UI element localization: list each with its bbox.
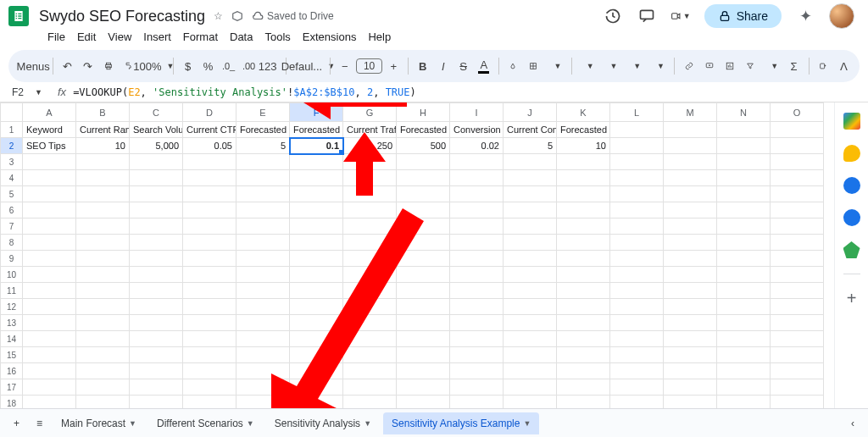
row-header[interactable]: 14	[1, 331, 23, 347]
cell[interactable]	[664, 122, 717, 138]
halign-icon[interactable]: ▼	[576, 56, 598, 76]
cell[interactable]	[610, 396, 664, 409]
cell[interactable]	[557, 347, 610, 363]
cell[interactable]	[610, 347, 664, 363]
functions-icon[interactable]: Σ	[785, 57, 804, 76]
cell[interactable]	[504, 235, 557, 251]
cell[interactable]	[23, 283, 76, 299]
cell[interactable]: 0.02	[450, 138, 504, 154]
cell[interactable]	[236, 170, 290, 186]
cell[interactable]	[610, 235, 664, 251]
collapse-toolbar-icon[interactable]: ᐱ	[834, 57, 853, 76]
explore-icon[interactable]: ‹	[844, 412, 861, 434]
cell[interactable]	[717, 315, 771, 331]
row-header[interactable]: 6	[1, 202, 23, 218]
cell[interactable]	[450, 251, 504, 267]
cell[interactable]	[76, 379, 130, 396]
menu-help[interactable]: Help	[363, 27, 396, 47]
cell[interactable]	[23, 379, 76, 396]
merge-icon[interactable]: ▼	[544, 56, 566, 76]
cell[interactable]	[450, 315, 504, 331]
cell[interactable]	[183, 283, 236, 299]
row-header[interactable]: 5	[1, 186, 23, 202]
cell[interactable]	[450, 299, 504, 315]
row-header[interactable]: 16	[1, 363, 23, 379]
cell[interactable]	[557, 235, 610, 251]
cell[interactable]	[771, 122, 824, 138]
name-box[interactable]: F2▼	[8, 85, 46, 100]
cell[interactable]	[130, 299, 183, 315]
cell[interactable]	[771, 154, 824, 170]
cell[interactable]	[130, 267, 183, 283]
cell[interactable]	[771, 251, 824, 267]
sheet-tab[interactable]: Main Forecast▼	[53, 412, 145, 434]
cell[interactable]	[557, 379, 610, 396]
keep-icon[interactable]	[843, 145, 860, 162]
cell[interactable]	[183, 363, 236, 379]
cell[interactable]	[504, 315, 557, 331]
cell[interactable]	[771, 396, 824, 409]
cell[interactable]	[76, 299, 130, 315]
row-header[interactable]: 11	[1, 283, 23, 299]
cell[interactable]	[557, 331, 610, 347]
cell[interactable]	[717, 267, 771, 283]
cell[interactable]	[450, 396, 504, 409]
cell[interactable]	[450, 170, 504, 186]
cell[interactable]	[717, 138, 771, 154]
cell[interactable]	[450, 186, 504, 202]
cell[interactable]	[23, 363, 76, 379]
col-header[interactable]: N	[717, 103, 771, 122]
cell[interactable]	[23, 299, 76, 315]
add-sheet-icon[interactable]: +	[7, 412, 26, 434]
cell[interactable]: Search Volume	[130, 122, 183, 138]
cell[interactable]	[557, 186, 610, 202]
cell[interactable]	[664, 235, 717, 251]
cell[interactable]	[664, 154, 717, 170]
cell[interactable]	[450, 379, 504, 396]
cell[interactable]	[664, 138, 717, 154]
cell[interactable]	[450, 202, 504, 218]
cell[interactable]	[771, 267, 824, 283]
cell[interactable]	[717, 251, 771, 267]
cell[interactable]	[504, 396, 557, 409]
currency-icon[interactable]: $	[179, 57, 198, 76]
cell[interactable]	[130, 379, 183, 396]
strikethrough-icon[interactable]: S	[454, 57, 473, 76]
cell[interactable]	[504, 154, 557, 170]
cell[interactable]	[557, 267, 610, 283]
row-header[interactable]: 1	[1, 122, 23, 138]
cell[interactable]	[771, 347, 824, 363]
cell[interactable]	[610, 138, 664, 154]
col-header[interactable]: D	[183, 103, 236, 122]
cell[interactable]: 10	[557, 138, 610, 154]
menu-file[interactable]: File	[42, 27, 70, 47]
cell[interactable]	[664, 283, 717, 299]
share-button[interactable]: Share	[704, 4, 782, 28]
cell[interactable]	[557, 251, 610, 267]
cell[interactable]	[504, 251, 557, 267]
menu-insert[interactable]: Insert	[138, 27, 176, 47]
cell[interactable]	[504, 283, 557, 299]
cell[interactable]	[183, 202, 236, 218]
cell[interactable]	[183, 251, 236, 267]
cell[interactable]	[183, 299, 236, 315]
insert-comment-icon[interactable]	[700, 56, 719, 76]
cell[interactable]	[23, 218, 76, 235]
all-sheets-icon[interactable]: ≡	[30, 412, 49, 434]
account-avatar[interactable]	[829, 3, 854, 29]
cell[interactable]	[717, 299, 771, 315]
cell[interactable]	[504, 267, 557, 283]
cell[interactable]	[717, 154, 771, 170]
rotate-icon[interactable]: ▼	[648, 56, 670, 76]
cell[interactable]	[557, 299, 610, 315]
cell[interactable]	[717, 122, 771, 138]
percent-icon[interactable]: %	[199, 57, 218, 76]
cell[interactable]	[130, 235, 183, 251]
cell[interactable]	[23, 331, 76, 347]
cell[interactable]	[504, 186, 557, 202]
cell[interactable]	[23, 267, 76, 283]
cell[interactable]	[664, 347, 717, 363]
row-header[interactable]: 15	[1, 347, 23, 363]
cell[interactable]	[557, 170, 610, 186]
redo-icon[interactable]: ↷	[79, 57, 97, 76]
